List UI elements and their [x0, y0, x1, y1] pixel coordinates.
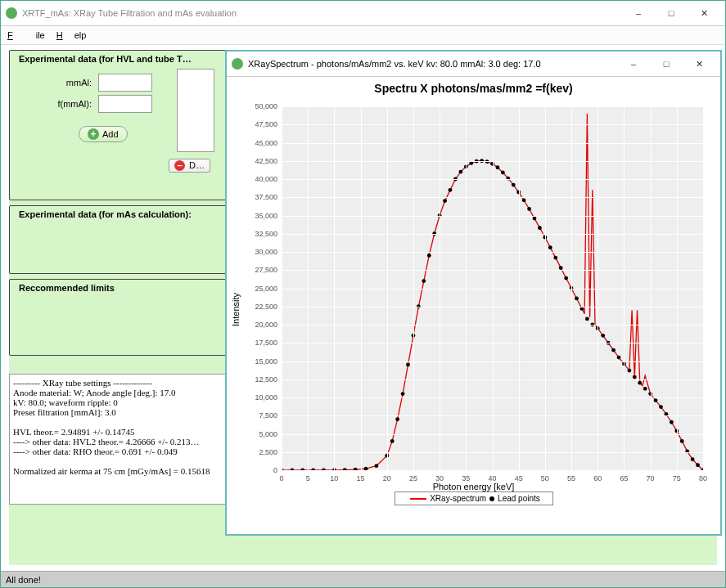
chart-gridline-v [440, 106, 440, 470]
svg-point-12 [395, 417, 399, 421]
chart-y-tick: 7,500 [259, 411, 277, 420]
chart-area: Intensity Photon energy [keV] 02,5005,00… [244, 98, 703, 487]
chart-gridline-v [651, 106, 652, 470]
chart-gridline-v [545, 106, 546, 470]
menu-help[interactable]: Help [56, 30, 87, 40]
exp-mas-legend: Experimental data (for mAs calculation): [16, 209, 194, 219]
legend-dot-label: Lead points [498, 494, 540, 503]
svg-point-38 [533, 217, 537, 221]
chart-y-tick: 0 [273, 466, 277, 474]
svg-point-58 [638, 381, 642, 385]
svg-point-32 [501, 171, 505, 175]
svg-point-66 [680, 439, 684, 443]
add-button[interactable]: + Add [79, 126, 128, 142]
chart-gridline-v [597, 106, 598, 470]
chart-legend: XRay-spectrum Lead points [395, 491, 553, 505]
svg-point-39 [538, 226, 542, 230]
svg-point-9 [374, 464, 378, 468]
fmmAl-label: f(mmAl): [33, 99, 92, 109]
chart-y-tick: 10,000 [255, 393, 277, 402]
chart-body: Spectru X photons/mas/mm2 =f(kev) Intens… [227, 77, 720, 512]
main-close-button[interactable]: ✕ [688, 3, 720, 23]
chart-x-tick: 30 [435, 474, 444, 483]
chart-y-tick: 25,000 [255, 285, 277, 293]
chart-y-tick: 20,000 [255, 321, 277, 329]
limits-legend: Reccommended limits [16, 283, 117, 293]
chart-x-tick: 55 [567, 474, 575, 483]
svg-point-17 [422, 279, 426, 283]
chart-minimize-button[interactable]: – [617, 54, 650, 74]
svg-point-56 [627, 369, 631, 373]
minus-icon: – [174, 160, 185, 171]
mmAl-input[interactable] [98, 74, 152, 92]
svg-point-42 [553, 256, 557, 260]
chart-y-tick: 37,500 [255, 193, 277, 201]
svg-point-18 [427, 254, 431, 258]
chart-y-tick: 42,500 [255, 157, 277, 165]
chart-y-tick: 27,500 [255, 266, 277, 274]
chart-x-axis-label: Photon energy [keV] [433, 482, 515, 491]
chart-x-tick: 10 [330, 474, 338, 483]
chart-titlebar[interactable]: XRaySpectrum - photons/mAs/mm2 vs. keV k… [227, 52, 720, 77]
svg-point-22 [449, 188, 453, 192]
chart-gridline-v [308, 106, 309, 470]
svg-point-57 [633, 375, 637, 379]
chart-x-tick: 70 [647, 474, 655, 483]
svg-point-61 [654, 398, 658, 402]
svg-point-64 [670, 420, 674, 424]
main-title: XRTF_mAs: XRay Tube Filtration and mAs e… [22, 8, 622, 18]
chart-gridline-v [466, 106, 467, 470]
chart-window: XRaySpectrum - photons/mAs/mm2 vs. keV k… [225, 50, 722, 536]
svg-point-46 [575, 297, 579, 301]
svg-point-44 [564, 276, 568, 281]
chart-x-tick: 65 [620, 474, 628, 483]
svg-point-51 [601, 334, 605, 338]
svg-point-34 [512, 183, 516, 187]
mmAl-label: mmAl: [33, 78, 92, 88]
chart-app-icon [232, 58, 243, 70]
svg-point-31 [496, 165, 500, 169]
chart-y-tick: 35,000 [255, 212, 277, 220]
svg-point-36 [522, 198, 526, 202]
menu-file[interactable]: File [7, 30, 45, 40]
legend-dot-swatch [489, 496, 494, 501]
svg-point-48 [585, 316, 589, 321]
chart-gridline-v [282, 106, 282, 470]
plus-icon: + [88, 128, 99, 140]
data-list[interactable] [177, 69, 214, 152]
main-minimize-button[interactable]: – [622, 3, 655, 23]
chart-x-tick: 25 [409, 474, 417, 483]
main-titlebar[interactable]: XRTF_mAs: XRay Tube Filtration and mAs e… [1, 1, 725, 26]
chart-maximize-button[interactable]: □ [650, 54, 683, 74]
chart-gridline-v [571, 106, 572, 470]
chart-gridline-v [413, 106, 414, 470]
chart-x-tick: 5 [306, 474, 310, 483]
chart-y-axis-label: Intensity [231, 293, 241, 326]
legend-line-swatch [410, 498, 426, 500]
chart-title: Spectru X photons/mas/mm2 =f(kev) [233, 82, 714, 95]
chart-close-button[interactable]: ✕ [683, 54, 715, 74]
chart-gridline-v [519, 106, 520, 470]
svg-point-41 [548, 245, 552, 249]
chart-gridline-v [677, 106, 678, 470]
svg-point-62 [659, 405, 663, 409]
app-icon [6, 7, 17, 19]
svg-point-11 [390, 439, 395, 443]
svg-point-24 [458, 170, 462, 174]
chart-x-tick: 20 [383, 474, 391, 483]
delete-button[interactable]: – D… [169, 159, 210, 173]
svg-point-68 [691, 457, 695, 461]
chart-x-tick: 35 [462, 474, 470, 483]
chart-y-tick: 5,000 [259, 430, 277, 438]
chart-x-tick: 50 [541, 474, 549, 483]
chart-x-tick: 80 [699, 474, 707, 483]
fmmAl-input[interactable] [98, 95, 152, 113]
chart-gridline-v [703, 106, 704, 470]
chart-y-tick: 45,000 [255, 139, 277, 147]
chart-y-tick: 47,500 [255, 120, 277, 128]
svg-point-53 [611, 348, 616, 352]
chart-x-tick: 40 [488, 474, 496, 483]
exp-hvl-legend: Experimental data (for HVL and tube T… [16, 54, 194, 64]
main-maximize-button[interactable]: □ [655, 3, 688, 23]
chart-x-tick: 75 [673, 474, 681, 483]
